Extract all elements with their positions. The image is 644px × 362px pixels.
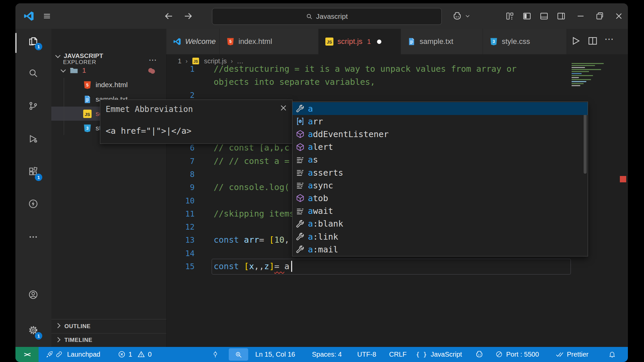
cursor-position[interactable]: Ln 15, Col 16 <box>255 347 295 362</box>
code-line-wrap[interactable]: objects into separate variables, <box>166 75 612 89</box>
formatter[interactable]: Prettier <box>567 347 588 362</box>
minimize-button[interactable] <box>576 11 586 21</box>
copilot-icon[interactable] <box>451 11 463 21</box>
live-server-icon[interactable] <box>28 199 38 209</box>
language-mode[interactable]: JavaScript <box>431 347 462 362</box>
toggle-primary-sidebar-icon[interactable] <box>522 11 532 21</box>
double-check-icon <box>555 350 564 358</box>
suggest-item-a:link[interactable]: a:link <box>292 230 588 243</box>
remote-indicator[interactable]: >< <box>15 347 39 362</box>
editor-more-actions[interactable]: ⋯ <box>604 34 615 44</box>
wrench-icon <box>296 104 305 113</box>
error-overview-mark <box>620 176 626 182</box>
tab-label: index.html <box>238 37 272 46</box>
chevron-down-icon[interactable] <box>465 14 470 18</box>
timeline-section[interactable]: TIMELINE <box>51 333 166 347</box>
suggest-item-atob[interactable]: atob <box>292 192 588 204</box>
js-file-icon: JS <box>83 110 92 118</box>
suggestion-text: sserts <box>313 168 343 178</box>
suggest-item-as[interactable]: as <box>292 154 588 166</box>
toggle-secondary-sidebar-icon[interactable] <box>556 11 566 21</box>
file-name: index.html <box>96 81 128 89</box>
explorer-item-1[interactable]: 1 <box>51 63 166 77</box>
suggest-item-alert[interactable]: alert <box>292 141 588 154</box>
svg-text:5: 5 <box>229 39 232 44</box>
search-activity-icon[interactable] <box>28 68 38 78</box>
tab-sample.txt[interactable]: sample.txt <box>401 29 483 54</box>
restore-button[interactable] <box>595 11 605 21</box>
warning-count[interactable]: 0 <box>148 347 152 362</box>
suggestion-text: tob <box>313 193 328 203</box>
split-editor-button[interactable] <box>587 36 598 46</box>
nav-back-icon[interactable] <box>164 11 174 21</box>
code-line-15[interactable]: 15const [x,,z]= a <box>166 260 612 273</box>
tab-index.html[interactable]: 5index.html <box>220 29 319 54</box>
source-control-icon[interactable] <box>28 101 38 111</box>
workspace-root[interactable]: JAVASCRIPT <box>51 49 166 63</box>
indent-guide <box>64 78 64 135</box>
tab-Welcome[interactable]: Welcome <box>166 29 220 54</box>
tab-script.js[interactable]: JSscript.js1 <box>319 29 401 54</box>
text-cursor <box>291 261 292 272</box>
outline-section[interactable]: OUTLINE <box>51 319 166 333</box>
keyword-icon <box>296 181 305 190</box>
tab-style.css[interactable]: 3style.css <box>483 29 567 54</box>
code-line-1[interactable]: 1//destructuring = it is a way to unpack… <box>166 62 612 76</box>
suggest-item-async[interactable]: async <box>292 179 588 192</box>
suggestion-text: :mail <box>313 245 338 254</box>
accounts-icon[interactable] <box>28 290 38 300</box>
match-text: a <box>308 117 313 126</box>
keyword-icon <box>296 207 305 216</box>
suggest-item-arr[interactable]: arr <box>292 115 588 128</box>
intellisense-suggest-widget: aarraddEventListeneralertasassertsasynca… <box>292 102 588 256</box>
close-icon[interactable] <box>279 103 288 113</box>
more-activity-icon[interactable] <box>28 232 38 242</box>
outline-label: OUTLINE <box>64 323 91 330</box>
suggest-item-addEventListener[interactable]: addEventListener <box>292 128 588 140</box>
suggestion-text: rr <box>313 117 323 126</box>
zoom-indicator[interactable] <box>229 348 248 361</box>
launchpad-item[interactable]: Launchpad <box>67 347 100 362</box>
live-server-port[interactable]: Port : 5500 <box>506 347 539 362</box>
command-center-search[interactable]: Javascript <box>212 8 442 25</box>
suggest-item-a:mail[interactable]: a:mail <box>292 243 588 256</box>
activity-bar: 1 1 1 <box>15 29 51 347</box>
menu-hamburger-icon[interactable] <box>42 12 52 20</box>
suggest-item-await[interactable]: await <box>292 205 588 218</box>
language-brace-icon[interactable]: { } <box>416 347 427 362</box>
css-file-icon: 3 <box>83 124 92 132</box>
cube-icon <box>296 143 305 152</box>
screencast-icon[interactable] <box>212 351 219 358</box>
search-icon <box>306 13 313 20</box>
search-value: Javascript <box>316 12 348 20</box>
notifications-bell-icon[interactable] <box>608 351 616 358</box>
keyword-icon <box>296 168 305 177</box>
toggle-panel-icon[interactable] <box>539 11 549 21</box>
suggest-item-a:blank[interactable]: a:blank <box>292 218 588 230</box>
vscode-logo-icon <box>23 11 34 21</box>
run-debug-icon[interactable] <box>28 134 38 144</box>
warnings-icon[interactable] <box>137 350 145 358</box>
suggestion-text: s <box>313 155 318 165</box>
errors-icon[interactable] <box>118 350 126 358</box>
close-window-button[interactable] <box>614 11 624 21</box>
line-number: 15 <box>166 260 195 273</box>
run-file-button[interactable] <box>571 36 581 46</box>
indentation[interactable]: Spaces: 4 <box>312 347 342 362</box>
explorer-item-index.html[interactable]: 5index.html <box>51 78 166 92</box>
copilot-status-icon[interactable] <box>475 350 483 358</box>
customize-layout-icon[interactable] <box>505 11 515 21</box>
eol-sequence[interactable]: CRLF <box>389 347 407 362</box>
wrench-icon <box>296 245 305 254</box>
nav-forward-icon[interactable] <box>183 11 193 21</box>
line-number: 9 <box>166 181 195 194</box>
suggest-item-a[interactable]: a <box>292 102 588 115</box>
suggest-item-asserts[interactable]: asserts <box>292 166 588 179</box>
minimap[interactable] <box>570 62 612 90</box>
error-count[interactable]: 1 <box>128 347 132 362</box>
cube-icon <box>296 194 305 202</box>
encoding[interactable]: UTF-8 <box>357 347 376 362</box>
zoom-in-icon <box>235 351 242 358</box>
settings-badge: 1 <box>35 332 42 340</box>
txt-file-icon <box>408 38 416 46</box>
